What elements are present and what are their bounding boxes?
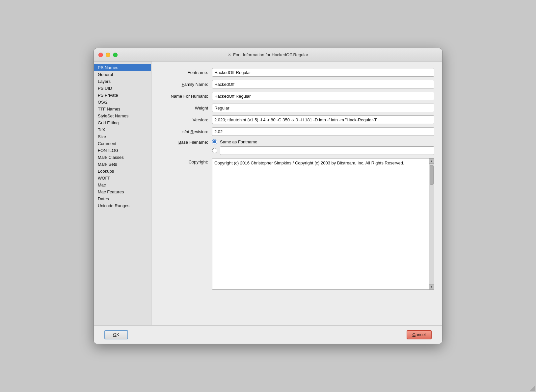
titlebar-text: ✕ Font Information for HackedOff-Regular	[228, 52, 308, 57]
radio-custom-row	[212, 146, 434, 155]
sidebar-item-general[interactable]: General	[94, 71, 151, 78]
version-label: Version:	[159, 117, 212, 122]
minimize-button[interactable]	[106, 53, 110, 57]
family-name-label-text: Family Name:	[182, 82, 208, 87]
sidebar-item-ps-names[interactable]: PS Names	[94, 64, 151, 71]
copyright-label-text: Copyright:	[189, 159, 208, 164]
version-row: Version:	[159, 115, 434, 124]
base-filename-options: Same as Fontname	[212, 139, 434, 155]
radio-same-as-fontname[interactable]	[212, 139, 217, 144]
titlebar-icon: ✕	[228, 53, 231, 57]
family-name-label: Family Name:	[159, 82, 212, 87]
copyright-textarea-wrap: ▲ ▼	[212, 158, 434, 290]
name-for-humans-input[interactable]	[212, 92, 434, 100]
fontname-row: Fontname:	[159, 68, 434, 77]
sidebar-item-mac[interactable]: Mac	[94, 182, 151, 188]
fontname-input[interactable]	[212, 68, 434, 77]
weight-label: Weight	[159, 106, 212, 110]
cancel-button[interactable]: Cancel	[407, 330, 432, 339]
radio-same-as-fontname-row: Same as Fontname	[212, 139, 434, 144]
base-filename-custom-input[interactable]	[220, 146, 434, 155]
base-filename-label: Base Filename:	[159, 139, 212, 145]
sidebar-item-mac-features[interactable]: Mac Features	[94, 188, 151, 195]
footer: OK Cancel	[94, 325, 442, 344]
window-controls	[98, 53, 118, 57]
scrollbar-down-arrow[interactable]: ▼	[429, 284, 434, 289]
sfnt-revision-label: sfnt Revision:	[159, 129, 212, 134]
close-button[interactable]	[98, 53, 103, 57]
sidebar-item-grid-fitting[interactable]: Grid Fitting	[94, 119, 151, 126]
family-name-input[interactable]	[212, 80, 434, 88]
sfnt-revision-row: sfnt Revision:	[159, 127, 434, 136]
ok-button[interactable]: OK	[104, 330, 128, 339]
name-for-humans-label: Name For Humans:	[159, 94, 212, 99]
titlebar: ✕ Font Information for HackedOff-Regular	[94, 48, 442, 61]
sidebar-item-ps-private[interactable]: PS Private	[94, 92, 151, 99]
sidebar-item-mark-classes[interactable]: Mark Classes	[94, 154, 151, 161]
ok-button-label: OK	[113, 332, 120, 337]
family-name-row: Family Name:	[159, 80, 434, 88]
weight-row: Weight	[159, 104, 434, 112]
fontname-label: Fontname:	[159, 70, 212, 75]
version-input[interactable]	[212, 115, 434, 124]
window-title: Font Information for HackedOff-Regular	[233, 52, 308, 57]
radio-custom[interactable]	[212, 148, 217, 153]
scrollbar-track: ▲ ▼	[429, 159, 434, 289]
base-filename-label-text: Base Filename:	[178, 140, 208, 145]
sidebar-item-layers[interactable]: Layers	[94, 78, 151, 85]
weight-label-text: Weight	[195, 106, 208, 110]
base-filename-section: Base Filename: Same as Fontname	[159, 139, 434, 155]
sidebar-item-styleset-names[interactable]: StyleSet Names	[94, 112, 151, 119]
content-area: PS NamesGeneralLayersPS UIDPS PrivateOS/…	[94, 61, 442, 325]
copyright-label: Copyright:	[159, 158, 212, 164]
radio-same-as-fontname-label: Same as Fontname	[220, 139, 257, 144]
sidebar: PS NamesGeneralLayersPS UIDPS PrivateOS/…	[94, 61, 151, 325]
cancel-button-label: Cancel	[413, 332, 426, 337]
sfnt-revision-label-text: sfnt Revision:	[182, 129, 208, 134]
copyright-section: Copyright: ▲ ▼	[159, 158, 434, 315]
sidebar-item-woff[interactable]: WOFF	[94, 175, 151, 182]
sidebar-item-lookups[interactable]: Lookups	[94, 168, 151, 175]
main-form: Fontname: Family Name: Name For Humans: …	[151, 61, 442, 325]
sidebar-item-tex[interactable]: TεX	[94, 126, 151, 133]
sfnt-revision-input[interactable]	[212, 127, 434, 136]
main-window: ✕ Font Information for HackedOff-Regular…	[94, 48, 442, 344]
sidebar-item-fontlog[interactable]: FONTLOG	[94, 147, 151, 154]
sidebar-item-unicode-ranges[interactable]: Unicode Ranges	[94, 202, 151, 209]
weight-input[interactable]	[212, 104, 434, 112]
sidebar-item-ps-uid[interactable]: PS UID	[94, 85, 151, 92]
sidebar-item-mark-sets[interactable]: Mark Sets	[94, 161, 151, 168]
name-for-humans-row: Name For Humans:	[159, 92, 434, 100]
sidebar-item-dates[interactable]: Dates	[94, 195, 151, 202]
scrollbar-up-arrow[interactable]: ▲	[429, 159, 434, 164]
sidebar-item-size[interactable]: Size	[94, 133, 151, 140]
maximize-button[interactable]	[113, 53, 118, 57]
scrollbar-thumb[interactable]	[430, 165, 434, 185]
sidebar-item-comment[interactable]: Comment	[94, 140, 151, 147]
sidebar-item-os2[interactable]: OS/2	[94, 99, 151, 106]
sidebar-item-ttf-names[interactable]: TTF Names	[94, 106, 151, 112]
copyright-textarea[interactable]	[212, 159, 429, 289]
